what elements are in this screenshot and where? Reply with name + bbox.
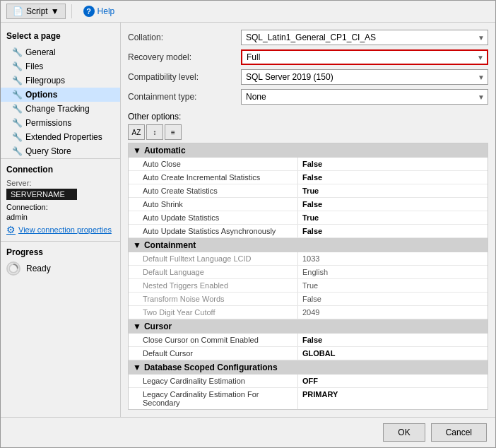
prop-value: True [298,211,323,224]
sidebar-item-query-store[interactable]: 🔧 Query Store [1,144,120,158]
table-row: Nested Triggers Enabled True [129,279,488,293]
help-button[interactable]: ? Help [78,4,121,19]
prop-name: Two Digit Year Cutoff [129,306,298,319]
cursor-group-label: Cursor [144,322,172,331]
progress-status: Ready [26,264,51,273]
prop-value: False [298,293,326,305]
extended-properties-icon: 🔧 [12,132,22,142]
prop-value: False [298,198,326,211]
prop-name: Default Language [129,266,298,278]
cursor-group-header[interactable]: ▼ Cursor [129,319,488,334]
automatic-group-header[interactable]: ▼ Automatic [129,143,488,158]
prop-value: GLOBAL [298,347,339,360]
prop-value: True [298,279,322,292]
cancel-button[interactable]: Cancel [431,423,487,442]
sidebar-item-label: Extended Properties [25,132,102,142]
prop-name: Auto Update Statistics Asynchronously [129,225,298,237]
help-circle-icon: ? [83,6,95,17]
compatibility-row: Compatibility level: SQL Server 2019 (15… [128,69,488,85]
collation-label: Collation: [128,33,241,42]
recovery-dropdown[interactable]: Full ▼ [241,49,488,65]
script-button[interactable]: 📄 Script ▼ [6,4,66,19]
ok-button[interactable]: OK [383,423,425,442]
table-row: Transform Noise Words False [129,293,488,306]
containment-dropdown[interactable]: None ▼ [241,89,488,105]
collation-dropdown[interactable]: SQL_Latin1_General_CP1_CI_AS ▼ [241,30,488,45]
compatibility-arrow-icon: ▼ [478,73,485,81]
table-row: Auto Create Statistics True [129,184,488,198]
sidebar-item-label: Filegroups [25,76,65,86]
files-icon: 🔧 [12,61,22,71]
general-icon: 🔧 [12,47,22,57]
automatic-group-label: Automatic [144,146,186,155]
script-icon: 📄 [13,6,23,16]
containment-group-label: Containment [144,240,196,250]
sidebar-item-extended-properties[interactable]: 🔧 Extended Properties [1,130,120,144]
table-row: Auto Shrink False [129,198,488,211]
compatibility-dropdown[interactable]: SQL Server 2019 (150) ▼ [241,69,488,85]
table-row: Auto Create Incremental Statistics False [129,171,488,184]
sidebar-item-label: Query Store [25,146,71,156]
toolbar-separator [71,4,72,18]
filter-button[interactable]: ≡ [165,124,182,140]
containment-value: None [246,92,266,102]
collapse-cursor-icon: ▼ [133,322,141,331]
progress-title: Progress [6,247,114,257]
table-row: Auto Close False [129,158,488,171]
table-row: Auto Update Statistics Asynchronously Fa… [129,225,488,238]
connection-user-value: admin [6,213,28,221]
prop-name: Auto Close [129,158,298,170]
sort-category-button[interactable]: ↕ [146,124,163,140]
recovery-row: Recovery model: Full ▼ [128,49,488,65]
sidebar-item-files[interactable]: 🔧 Files [1,59,120,73]
properties-table: ▼ Automatic Auto Close False Auto Create… [128,143,488,410]
sidebar-item-label: General [25,47,56,57]
view-connection-link[interactable]: ⚙ View connection properties [6,224,114,235]
dialog-footer: OK Cancel [1,417,495,447]
sort-category-icon: ↕ [153,129,157,136]
collapse-dbscoped-icon: ▼ [133,362,141,372]
sidebar: Select a page 🔧 General 🔧 Files 🔧 Filegr… [1,23,121,417]
table-row: Default Cursor GLOBAL [129,347,488,360]
filter-icon: ≡ [171,129,175,136]
prop-name: Auto Shrink [129,198,298,211]
table-row: Default Fulltext Language LCID 1033 [129,252,488,266]
progress-row: Ready [6,261,114,276]
sidebar-item-change-tracking[interactable]: 🔧 Change Tracking [1,102,120,116]
prop-name: Legacy Cardinality Estimation [129,375,298,387]
change-tracking-icon: 🔧 [12,104,22,114]
recovery-arrow-icon: ▼ [477,54,484,61]
filegroups-icon: 🔧 [12,76,22,86]
connection-link-icon: ⚙ [6,224,16,235]
sidebar-item-general[interactable]: 🔧 General [1,45,120,59]
prop-value: 2049 [298,306,324,319]
prop-name: Nested Triggers Enabled [129,279,298,292]
sidebar-item-filegroups[interactable]: 🔧 Filegroups [1,73,120,88]
containment-arrow-icon: ▼ [478,93,485,101]
prop-value: False [298,225,326,237]
sort-alpha-button[interactable]: AZ [128,124,145,140]
permissions-icon: 🔧 [12,118,22,128]
table-row: Legacy Cardinality Estimation For Second… [129,388,488,410]
collapse-containment-icon: ▼ [133,240,141,250]
connection-label: Connection: [6,203,48,211]
options-icon: 🔧 [12,90,22,100]
dbscoped-group-label: Database Scoped Configurations [144,362,278,372]
sidebar-item-options[interactable]: 🔧 Options [1,88,120,102]
prop-value: OFF [298,375,322,387]
prop-value: 1033 [298,252,324,265]
help-label: Help [98,6,115,16]
compatibility-label: Compatibility level: [128,72,241,82]
prop-name: Auto Create Incremental Statistics [129,171,298,184]
toolbar: 📄 Script ▼ ? Help [1,1,495,23]
prop-name: Legacy Cardinality Estimation For Second… [129,388,298,409]
prop-name: Close Cursor on Commit Enabled [129,334,298,346]
progress-spinner [6,261,20,276]
prop-value: False [298,334,326,346]
prop-name: Default Fulltext Language LCID [129,252,298,265]
containment-group-header[interactable]: ▼ Containment [129,238,488,252]
recovery-label: Recovery model: [128,52,241,62]
connection-section: Connection Server: SERVERNAME Connection… [1,158,120,241]
sidebar-item-permissions[interactable]: 🔧 Permissions [1,116,120,130]
dbscoped-group-header[interactable]: ▼ Database Scoped Configurations [129,360,488,375]
